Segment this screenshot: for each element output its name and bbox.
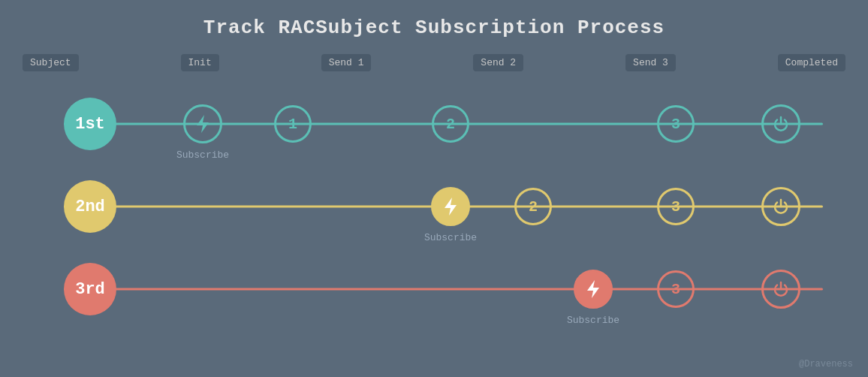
header-completed: Completed (778, 54, 845, 71)
node-3rd-0: 3rd (64, 263, 116, 315)
svg-marker-2 (587, 280, 599, 298)
node-1st-3: 2 (432, 105, 469, 143)
timeline-row-2nd: 2ndSubscribe 23 (23, 165, 845, 248)
node-1st-5 (761, 104, 800, 143)
node-2nd-2: 2 (514, 188, 552, 225)
subscribe-label-3rd: Subscribe (567, 315, 619, 326)
node-2nd-1 (431, 187, 470, 226)
svg-marker-0 (197, 115, 209, 133)
watermark: @Draveness (799, 359, 853, 369)
node-2nd-4 (761, 187, 800, 226)
header-row: Subject Init Send 1 Send 2 Send 3 Comple… (23, 54, 845, 71)
node-1st-0: 1st (64, 98, 116, 150)
node-1st-4: 3 (657, 105, 695, 143)
node-1st-2: 1 (274, 105, 312, 143)
subscribe-label-2nd: Subscribe (424, 232, 477, 243)
svg-marker-1 (445, 198, 457, 216)
timeline-container: 1stSubscribe 123 2ndSubscribe 23 3rdSubs… (23, 83, 845, 330)
line-3rd (64, 288, 823, 291)
node-1st-1 (183, 104, 222, 143)
node-2nd-3: 3 (657, 188, 695, 225)
timeline-row-1st: 1stSubscribe 123 (23, 83, 845, 165)
timeline-row-3rd: 3rdSubscribe 3 (23, 248, 845, 330)
node-3rd-1 (574, 270, 613, 309)
title: Track RACSubject Subscription Process (0, 0, 868, 39)
header-send1: Send 1 (321, 54, 372, 71)
header-send3: Send 3 (625, 54, 676, 71)
node-3rd-3 (761, 270, 800, 309)
header-send2: Send 2 (473, 54, 523, 71)
header-subject: Subject (23, 54, 79, 71)
node-3rd-2: 3 (657, 270, 695, 308)
node-2nd-0: 2nd (64, 180, 116, 233)
header-init: Init (181, 54, 219, 71)
subscribe-label-1st: Subscribe (176, 149, 229, 161)
